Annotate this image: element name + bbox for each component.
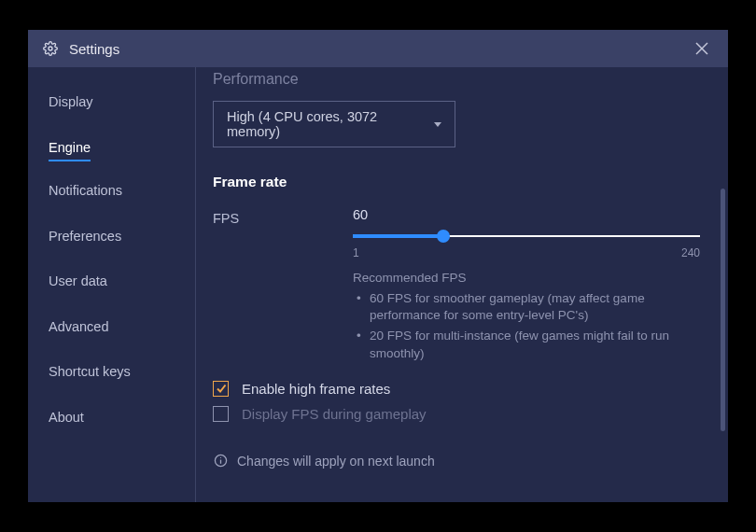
performance-select[interactable]: High (4 CPU cores, 3072 memory) <box>213 101 455 147</box>
chevron-down-icon <box>434 122 441 127</box>
fps-slider[interactable] <box>353 230 700 243</box>
slider-thumb[interactable] <box>437 230 450 243</box>
check-icon <box>216 383 227 394</box>
display-fps-checkbox[interactable] <box>213 406 229 422</box>
fps-slider-area: 60 1 240 Recommended FPS 60 FPS for smoo… <box>353 207 700 366</box>
title-text: Settings <box>69 41 119 57</box>
settings-window: Settings Display Engine Notifications Pr… <box>28 30 728 502</box>
fps-row: FPS 60 1 240 Recommended FPS 60 FPS for … <box>213 207 700 366</box>
gear-icon <box>43 41 58 56</box>
display-fps-label: Display FPS during gameplay <box>242 406 427 422</box>
notice: Changes will apply on next launch <box>213 454 700 469</box>
recommended-fps-list: 60 FPS for smoother gameplay (may affect… <box>353 290 700 362</box>
content: Performance High (4 CPU cores, 3072 memo… <box>196 67 728 502</box>
sidebar-item-shortcut-keys[interactable]: Shortcut keys <box>49 356 131 388</box>
notice-text: Changes will apply on next launch <box>237 454 435 469</box>
display-fps-row: Display FPS during gameplay <box>213 406 700 422</box>
sidebar-item-advanced[interactable]: Advanced <box>49 311 109 343</box>
performance-heading: Performance <box>213 71 700 88</box>
enable-high-frame-rates-checkbox[interactable] <box>213 381 229 397</box>
sidebar-item-display[interactable]: Display <box>49 86 93 119</box>
sidebar-item-engine[interactable]: Engine <box>49 132 91 162</box>
sidebar: Display Engine Notifications Preferences… <box>28 67 196 502</box>
scrollbar[interactable] <box>721 189 725 431</box>
frame-rate-heading: Frame rate <box>213 174 700 190</box>
close-button[interactable] <box>691 37 713 60</box>
close-icon <box>695 42 708 55</box>
slider-min: 1 <box>353 246 359 259</box>
performance-select-value: High (4 CPU cores, 3072 memory) <box>227 109 434 139</box>
rec-item: 20 FPS for multi-instance (few games mig… <box>353 328 700 361</box>
svg-point-0 <box>49 47 52 50</box>
sidebar-item-preferences[interactable]: Preferences <box>49 220 121 253</box>
fps-label: FPS <box>213 207 353 226</box>
svg-point-5 <box>219 457 220 458</box>
slider-fill <box>353 234 443 238</box>
sidebar-item-about[interactable]: About <box>49 401 84 434</box>
fps-value: 60 <box>353 207 700 222</box>
sidebar-item-user-data[interactable]: User data <box>49 265 107 298</box>
rec-item: 60 FPS for smoother gameplay (may affect… <box>353 290 700 324</box>
enable-high-frame-rates-row: Enable high frame rates <box>213 381 700 397</box>
body: Display Engine Notifications Preferences… <box>28 67 728 502</box>
recommended-fps-title: Recommended FPS <box>353 271 700 285</box>
info-icon <box>213 454 228 469</box>
slider-scale: 1 240 <box>353 246 700 259</box>
slider-max: 240 <box>681 246 700 259</box>
titlebar: Settings <box>28 30 728 67</box>
enable-high-frame-rates-label: Enable high frame rates <box>242 381 390 397</box>
sidebar-item-notifications[interactable]: Notifications <box>49 175 122 207</box>
